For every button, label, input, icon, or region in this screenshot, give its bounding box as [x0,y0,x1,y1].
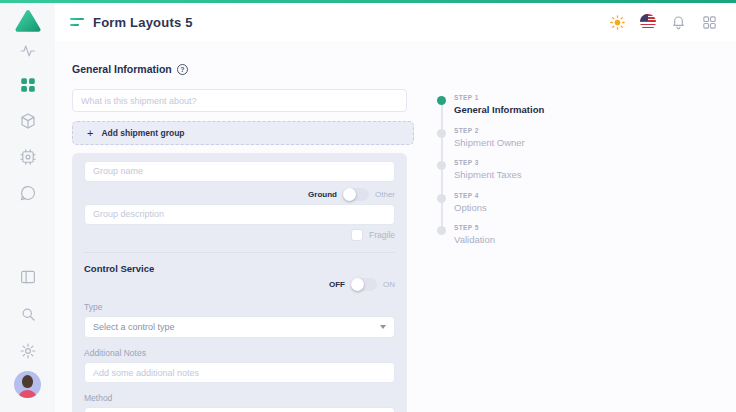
stepper-step-3[interactable]: STEP 3 Shipment Taxes [454,159,521,180]
off-on-toggle[interactable] [351,278,377,291]
step-eyebrow: STEP 2 [454,127,525,134]
section-header: General Information ? [72,63,188,75]
stepper-step-1[interactable]: STEP 1 General Information [454,94,544,115]
plus-icon: + [87,128,93,139]
group-name-input[interactable] [84,161,395,182]
fragile-row: Fragile [84,229,395,242]
main-content: General Information ? + Add shipment gro… [55,41,736,412]
control-service-title: Control Service [84,263,395,274]
off-label: OFF [329,280,345,289]
page-title: Form Layouts 5 [93,15,193,30]
app-header: Form Layouts 5 [55,3,736,41]
app-logo[interactable] [0,9,55,33]
group-description-input[interactable] [84,204,395,225]
stepper-step-4[interactable]: STEP 4 Options [454,192,487,213]
bell-icon[interactable] [670,14,687,31]
step-eyebrow: STEP 5 [454,224,495,231]
off-on-toggle-row: OFF ON [84,278,395,292]
chip-icon[interactable] [0,148,55,166]
shipment-group-card: Ground Other Fragile Control Service OFF… [72,153,407,412]
stepper-step-5[interactable]: STEP 5 Validation [454,224,495,245]
gear-icon[interactable] [0,342,55,360]
control-type-select[interactable]: Select a control type [84,316,395,338]
step-title: Validation [454,234,495,245]
step-dot-1 [437,96,446,105]
type-label: Type [84,302,395,312]
toggle-knob [343,188,356,201]
sidebar [0,3,55,412]
chevron-down-icon [380,325,386,329]
step-title: Options [454,202,487,213]
shipment-about-input[interactable] [72,89,407,112]
card-divider [84,252,395,253]
ground-other-toggle-row: Ground Other [84,188,395,202]
menu-toggle-icon[interactable] [70,18,84,26]
step-title: Shipment Taxes [454,169,521,180]
wizard-stepper: STEP 1 General Information STEP 2 Shipme… [437,90,697,290]
step-eyebrow: STEP 4 [454,192,487,199]
step-dot-5 [437,226,446,235]
step-dot-2 [437,129,446,138]
us-flag-icon[interactable] [640,14,656,30]
add-shipment-group-button[interactable]: + Add shipment group [72,121,414,145]
grid-icon[interactable] [0,76,55,94]
section-title: General Information [72,63,172,75]
apps-grid-icon[interactable] [701,14,718,31]
toggle-left-label: Ground [308,190,337,199]
fragile-label: Fragile [369,230,395,240]
layout-icon[interactable] [0,268,55,286]
stepper-step-2[interactable]: STEP 2 Shipment Owner [454,127,525,148]
step-dot-4 [437,194,446,203]
step-title: General Information [454,104,544,115]
toggle-right-label: Other [375,190,395,199]
step-eyebrow: STEP 3 [454,159,521,166]
method-label: Method [84,393,395,403]
notes-label: Additional Notes [84,348,395,358]
control-type-value: Select a control type [93,322,175,332]
chat-icon[interactable] [0,184,55,202]
sun-icon[interactable] [609,14,626,31]
help-icon[interactable]: ? [177,64,188,75]
step-title: Shipment Owner [454,137,525,148]
user-avatar[interactable] [14,371,41,398]
header-actions [609,3,718,41]
add-group-label: Add shipment group [101,128,184,138]
toggle-knob [351,278,364,291]
search-icon[interactable] [0,305,55,323]
cube-icon[interactable] [0,112,55,130]
on-label: ON [383,280,395,289]
fragile-checkbox[interactable] [351,229,363,241]
additional-notes-input[interactable] [84,362,395,383]
step-dot-3 [437,161,446,170]
activity-icon[interactable] [0,42,55,60]
ground-other-toggle[interactable] [343,188,369,201]
top-accent-bar [0,0,736,3]
step-eyebrow: STEP 1 [454,94,544,101]
storage-method-select[interactable]: Select a storage [84,407,395,412]
